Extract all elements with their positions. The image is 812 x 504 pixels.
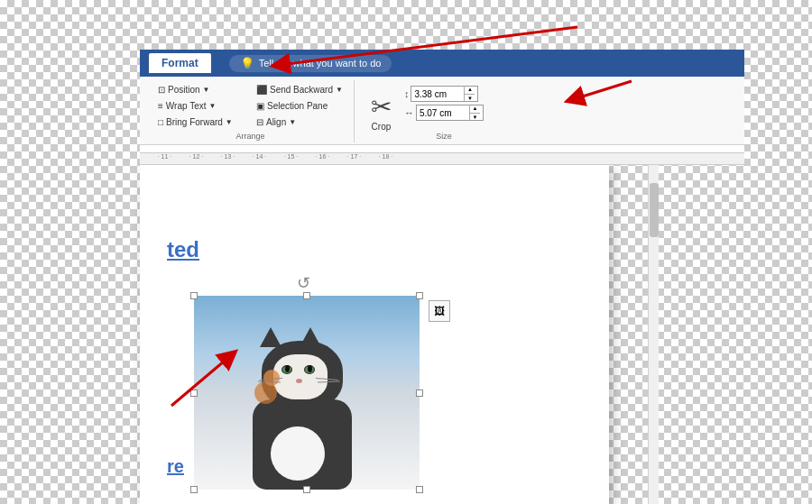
handle-bottom-right[interactable] xyxy=(416,486,423,493)
width-spin-down[interactable]: ▼ xyxy=(470,114,480,122)
position-icon: ⊡ xyxy=(158,85,165,95)
send-backward-button[interactable]: ⬛ Send Backward ▼ xyxy=(251,82,348,97)
width-icon: ↔ xyxy=(404,107,414,118)
wrap-text-icon: ≡ xyxy=(158,101,163,111)
cat-figure xyxy=(221,327,392,490)
document-text-ted: ted xyxy=(167,237,199,262)
ruler-mark-11: · 11 · xyxy=(149,153,180,160)
crop-button[interactable]: ✂ Crop xyxy=(362,82,401,141)
ruler-marks: · 11 · · 12 · · 13 · · 14 · · 15 · · 16 … xyxy=(140,153,401,160)
tell-me-box[interactable]: 💡 Tell me what you want to do xyxy=(229,55,392,72)
lightbulb-icon: 💡 xyxy=(240,57,254,70)
wrap-text-button[interactable]: ≡ Wrap Text ▼ xyxy=(152,98,250,114)
selection-pane-icon: ▣ xyxy=(256,101,264,111)
cat-image-background xyxy=(194,296,420,490)
width-input-row: ↔ 5.07 cm ▲ ▼ xyxy=(404,105,484,121)
handle-middle-right[interactable] xyxy=(416,389,423,397)
height-value: 3.38 cm xyxy=(414,89,462,99)
position-button[interactable]: ⊡ Position ▼ xyxy=(152,82,250,97)
ribbon-body: ⊡ Position ▼ ⬛ Send Backward ▼ ≡ Wrap Te… xyxy=(140,77,744,145)
document-page: ted ↺ xyxy=(140,165,609,504)
vertical-scrollbar[interactable] xyxy=(648,165,659,504)
align-icon: ⊟ xyxy=(256,117,263,127)
ruler-mark-15: · 15 · xyxy=(275,153,307,160)
handle-top-middle[interactable] xyxy=(303,292,310,299)
send-backward-dropdown-icon: ▼ xyxy=(336,86,343,94)
arrange-group-label: Arrange xyxy=(152,130,348,141)
ruler-mark-17: · 17 · xyxy=(338,153,370,160)
wrap-text-dropdown-icon: ▼ xyxy=(209,102,217,110)
ruler-mark-12: · 12 · xyxy=(180,153,212,160)
ruler-mark-18: · 18 · xyxy=(370,153,401,160)
bring-forward-button[interactable]: □ Bring Forward ▼ xyxy=(152,115,250,130)
layout-options-icon[interactable]: 🖼 xyxy=(429,300,450,322)
handle-top-left[interactable] xyxy=(190,292,198,299)
height-icon: ↕ xyxy=(404,88,410,99)
ribbon-tab-bar: Format 💡 Tell me what you want to do xyxy=(140,50,744,77)
height-input-row: ↕ 3.38 cm ▲ ▼ xyxy=(404,86,484,102)
rotate-handle[interactable]: ↺ xyxy=(293,273,313,293)
tab-format[interactable]: Format xyxy=(149,53,211,73)
handle-bottom-left[interactable] xyxy=(190,486,198,493)
ruler-mark-16: · 16 · xyxy=(307,153,338,160)
bring-forward-icon: □ xyxy=(158,117,163,127)
align-button[interactable]: ⊟ Align ▼ xyxy=(251,115,348,130)
handle-top-right[interactable] xyxy=(416,292,423,299)
height-spin-up[interactable]: ▲ xyxy=(465,86,475,95)
align-dropdown-icon: ▼ xyxy=(289,118,296,126)
image-container: 🖼 xyxy=(194,296,420,490)
send-backward-icon: ⬛ xyxy=(256,85,267,95)
ribbon: Format 💡 Tell me what you want to do ⊡ P… xyxy=(140,50,744,153)
width-value: 5.07 cm xyxy=(420,108,467,118)
handle-middle-left[interactable] xyxy=(190,389,198,397)
ruler-mark-13: · 13 · xyxy=(212,153,244,160)
ruler-mark-14: · 14 · xyxy=(244,153,275,160)
width-spin-up[interactable]: ▲ xyxy=(470,105,480,114)
bring-forward-dropdown-icon: ▼ xyxy=(226,118,233,126)
scrollbar-thumb[interactable] xyxy=(650,183,659,237)
crop-icon: ✂ xyxy=(371,92,392,122)
position-dropdown-icon: ▼ xyxy=(203,86,210,94)
document-text-bottom: re xyxy=(167,456,184,477)
size-group-label: Size xyxy=(404,130,484,141)
height-spin-down[interactable]: ▼ xyxy=(465,95,475,103)
handle-bottom-middle[interactable] xyxy=(303,486,310,493)
selection-pane-button[interactable]: ▣ Selection Pane xyxy=(251,98,348,114)
